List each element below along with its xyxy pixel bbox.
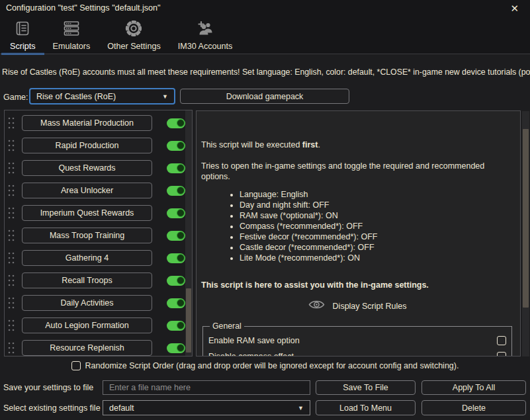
- toggle-knob: [177, 321, 185, 329]
- toggle-knob: [177, 276, 185, 284]
- script-button[interactable]: Daily Activities: [22, 295, 152, 311]
- tab-bar: Scripts Emulators: [1, 16, 241, 54]
- script-button[interactable]: Rapid Production: [22, 138, 152, 153]
- drag-handle-icon[interactable]: [7, 183, 15, 198]
- description-scrollbar[interactable]: [522, 111, 529, 357]
- script-row: Daily Activities: [7, 294, 185, 312]
- script-row: Area Unlocker: [7, 182, 185, 199]
- script-row: Auto Legion Formation: [7, 317, 185, 334]
- drag-handle-icon[interactable]: [7, 228, 15, 243]
- randomize-label: Randomize Script Order (drag and drop or…: [85, 361, 459, 370]
- apply-to-all-button[interactable]: Apply To All: [421, 380, 526, 395]
- scrollbar-thumb[interactable]: [523, 129, 529, 308]
- script-toggle-on[interactable]: [167, 343, 185, 353]
- toggle-knob: [177, 344, 185, 352]
- tab-separator: [0, 54, 530, 54]
- game-label: Game:: [3, 93, 28, 102]
- toggle-knob: [177, 299, 185, 307]
- title-bar: Configuration "test" Settings "default.j…: [0, 0, 530, 16]
- drag-handle-icon[interactable]: [7, 116, 15, 130]
- script-toggle-on[interactable]: [167, 186, 185, 196]
- script-toggle-on[interactable]: [167, 118, 185, 128]
- script-button[interactable]: Quest Rewards: [22, 160, 152, 176]
- script-toggle-on[interactable]: [167, 298, 185, 308]
- script-row: Mass Material Production: [7, 114, 185, 132]
- load-to-menu-button[interactable]: Load To Menu: [316, 400, 416, 415]
- script-list-panel: Mass Material Production Rapid Productio…: [4, 110, 193, 357]
- tab-other-settings[interactable]: Other Settings: [99, 16, 169, 54]
- tab-label: Scripts: [10, 42, 36, 51]
- close-icon[interactable]: ✕: [505, 3, 524, 13]
- game-dropdown-value: Rise of Castles (RoE): [36, 92, 162, 101]
- script-toggle-on[interactable]: [167, 321, 185, 331]
- drag-handle-icon[interactable]: [7, 138, 15, 153]
- delete-button[interactable]: Delete: [421, 400, 526, 415]
- script-button[interactable]: Area Unlocker: [22, 183, 152, 198]
- display-script-rules-button[interactable]: Display Script Rules: [201, 299, 513, 313]
- window-header: Configuration "test" Settings "default.j…: [0, 0, 530, 54]
- script-button[interactable]: Resource Replenish: [22, 340, 152, 356]
- general-option-checkbox[interactable]: [497, 352, 506, 357]
- download-gamepack-button[interactable]: Download gamepack: [180, 89, 349, 104]
- chevron-down-icon: ▼: [162, 93, 168, 100]
- general-option-row: Disable compass effect: [208, 349, 506, 357]
- window-title: Configuration "test" Settings "default.j…: [6, 3, 161, 13]
- server-stack-icon: [62, 18, 81, 39]
- script-row: Resource Replenish: [7, 339, 185, 357]
- general-legend: General: [210, 321, 244, 331]
- script-toggle-on[interactable]: [167, 231, 185, 241]
- toggle-knob: [177, 164, 185, 172]
- chevron-down-icon: ▼: [298, 405, 304, 411]
- script-toggle-on[interactable]: [167, 163, 185, 173]
- tab-scripts[interactable]: Scripts: [1, 16, 44, 54]
- randomize-checkbox[interactable]: [71, 361, 81, 370]
- script-toggle-on[interactable]: [167, 276, 185, 286]
- drag-handle-icon[interactable]: [7, 251, 15, 265]
- save-to-file-button[interactable]: Save To File: [316, 380, 416, 395]
- general-groupbox: General Enable RAM save option Disable c…: [202, 321, 512, 357]
- assist-text: This script is here to assist you with t…: [201, 280, 513, 290]
- script-row: Gathering 4: [7, 249, 185, 267]
- script-button[interactable]: Auto Legion Formation: [22, 317, 152, 333]
- file-name-input[interactable]: [103, 380, 310, 395]
- drag-handle-icon[interactable]: [7, 161, 15, 175]
- save-settings-label: Save your settings to file: [3, 383, 93, 392]
- requirements-notice: Rise of Castles (RoE) accounts must all …: [2, 67, 530, 77]
- general-option-checkbox[interactable]: [497, 336, 506, 345]
- script-toggle-on[interactable]: [167, 253, 185, 263]
- general-option-row: Enable RAM save option: [208, 333, 506, 349]
- toggle-knob: [177, 119, 185, 127]
- option-bullet: Lite Mode (*recommended*): ON: [240, 253, 513, 263]
- script-description-panel: This script will be executed first. Trie…: [196, 110, 521, 357]
- script-row: Imperium Quest Rewards: [7, 204, 185, 222]
- script-list: Mass Material Production Rapid Productio…: [5, 114, 192, 357]
- randomize-row: Randomize Script Order (drag and drop or…: [0, 361, 530, 370]
- tab-im30-accounts[interactable]: IM30 Accounts: [169, 16, 242, 54]
- settings-window: Configuration "test" Settings "default.j…: [0, 0, 530, 420]
- tab-emulators[interactable]: Emulators: [44, 16, 99, 54]
- script-button[interactable]: Gathering 4: [22, 250, 152, 266]
- drag-handle-icon[interactable]: [7, 273, 15, 288]
- toggle-knob: [177, 254, 185, 262]
- script-row: Quest Rewards: [7, 159, 185, 177]
- scroll-icon: [13, 18, 32, 39]
- settings-file-dropdown-value: default: [109, 403, 298, 413]
- settings-file-dropdown[interactable]: default ▼: [103, 400, 310, 415]
- script-toggle-on[interactable]: [167, 208, 185, 218]
- script-button[interactable]: Recall Troops: [22, 273, 152, 288]
- option-bullet: Castle decor (*recommended*): OFF: [240, 242, 513, 253]
- script-list-scrollbar[interactable]: [185, 110, 192, 356]
- drag-handle-icon[interactable]: [7, 318, 15, 333]
- scrollbar-thumb[interactable]: [186, 288, 191, 353]
- script-button[interactable]: Mass Troop Training: [22, 228, 152, 243]
- script-button[interactable]: Mass Material Production: [22, 115, 152, 131]
- script-button[interactable]: Imperium Quest Rewards: [22, 205, 152, 221]
- option-bullet: Compass (*recommended*): OFF: [240, 221, 513, 231]
- drag-handle-icon[interactable]: [7, 296, 15, 310]
- game-dropdown[interactable]: Rise of Castles (RoE) ▼: [29, 88, 175, 105]
- drag-handle-icon[interactable]: [7, 206, 15, 220]
- option-bullet: RAM save (*optional*): ON: [240, 210, 513, 221]
- script-toggle-on[interactable]: [167, 141, 185, 151]
- select-settings-label: Select existing settings file: [3, 403, 101, 413]
- drag-handle-icon[interactable]: [7, 341, 15, 355]
